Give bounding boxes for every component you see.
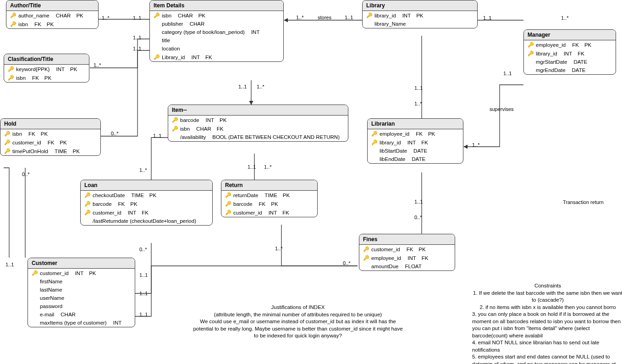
entity-title: Hold [0,119,100,129]
attr-name: timePutOnHold [12,149,48,154]
attr-keys: PK [416,13,423,18]
attr-keys: PK [428,131,435,137]
attribute-row: 🔑isbnFKPK [0,129,100,138]
attr-type: INT [192,55,200,60]
foreign-key-icon: 🔑 [172,126,177,132]
attr-keys: PK [41,131,48,137]
attr-keys: PK [76,13,83,18]
rel-supervises: supervises [490,106,514,112]
attribute-row: title [150,36,283,44]
attr-type: DATE [572,67,586,73]
attr-name: mgrEndDate [536,67,566,73]
attr-name: amountDue [371,264,398,269]
card-cust-hold-top: 0..* [22,171,30,177]
attr-name: checkoutDate [93,193,125,198]
attr-type: BOOL (DATE BETWEEN CHECKOUT AND RETURN) [212,134,340,140]
entity-loan: Loan 🔑checkoutDateTIMEPK🔑barcodeFKPK🔑cus… [80,180,213,226]
foreign-key-icon: 🔑 [528,50,533,56]
entity-body: 🔑library_idINTPKlibrary_Name [363,11,477,28]
attr-name: libStartDate [380,148,407,154]
notes-constraint-2: 2. if no items with isbn x is available … [472,304,622,311]
notes-constraints-title: Constraints [472,282,622,290]
entity-body: 🔑customer_idFKPK🔑employee_idINTFKamountD… [359,245,455,270]
entity-librarian: Librarian 🔑employee_idFKPK🔑library_idINT… [367,118,463,164]
card-loan-cust-bot: 1..1 [139,272,148,278]
entity-title: Item-- [168,105,348,116]
attribute-row: 🔑isbnCHARFK [168,124,348,133]
attr-name: library_Name [374,21,406,27]
entity-body: 🔑employee_idFKPK🔑library_idINTFKlibStart… [368,129,463,163]
entity-item: Item-- 🔑barcodeINTPK🔑isbnCHARFK/availabi… [168,105,348,142]
attr-type: CHAR [178,13,193,18]
attr-name: returnDate [233,193,258,198]
entity-body: 🔑barcodeINTPK🔑isbnCHARFK/availabilityBOO… [168,116,348,141]
primary-key-icon: 🔑 [225,192,231,198]
card-cust-hold-bot: 1..1 [6,262,14,267]
attribute-row: 🔑barcodeFKPK [81,199,212,208]
entity-manager: Manager 🔑employee_idFKPK🔑library_idINTFK… [523,29,616,75]
card-itemdetails-in1: 1..1 [133,15,141,21]
primary-key-icon: 🔑 [84,192,90,198]
attr-name: customer_id [12,140,41,145]
card-supervises-left: 1..* [472,142,480,148]
attr-name: employee_id [536,42,566,48]
card-fines-left: 0..* [343,260,351,266]
primary-key-icon: 🔑 [4,139,10,145]
attr-keys: FK [421,140,428,145]
entity-title: Author/Title [6,0,98,11]
entity-body: 🔑employee_idFKPK🔑library_idINTFKmgrStart… [524,40,616,74]
attribute-row: /availabilityBOOL (DATE BETWEEN CHECKOUT… [168,133,348,141]
attr-keys: FK [205,55,212,60]
attribute-row: 🔑isbnFKPK [6,20,98,28]
attr-type: FK [34,22,41,27]
attr-type: TIME [264,193,277,198]
attr-name: isbn [12,131,22,137]
entity-title: Customer [28,258,135,269]
attr-name: location [162,46,180,51]
attr-type: INT [206,117,215,123]
attribute-row: mgrEndDateDATE [524,66,616,74]
entity-hold: Hold 🔑isbnFKPK🔑customer_idFKPK🔑timePutOn… [0,118,101,156]
attribute-row: 🔑barcodeFKPK [221,199,317,208]
attribute-row: 🔑library_idINTFK [524,49,616,58]
attr-name: Library_id [162,55,185,60]
attr-name: /availability [180,134,206,140]
primary-key-icon: 🔑 [363,246,369,252]
card-details-item-bot: 1..* [257,84,264,89]
attribute-row: 🔑checkoutDateTIMEPK [81,191,212,199]
attribute-row: 🔑customer_idFKPK [359,245,455,254]
card-lib-librn-bot: 1..* [414,101,422,106]
label-transaction-return: Transaction return [563,199,604,205]
attr-type: INT [269,210,277,215]
card-item-return-top: 1..1 [248,164,256,170]
card-supervises-right: 1..1 [503,71,512,76]
attr-keys: PK [70,66,77,72]
attr-name: mgrStartDate [536,59,567,65]
card-lib-librn-top: 1..1 [414,85,423,91]
attribute-row: publisherCHAR [150,20,283,28]
attr-type: FK [416,131,423,137]
attr-name: e-mail [40,312,54,317]
attr-name: author_name [18,13,50,18]
attribute-row: 🔑employee_idINTFK [359,254,455,262]
attr-type: INT [407,140,416,145]
attr-type: FK [259,201,266,207]
attribute-row: 🔑employee_idFKPK [524,40,616,49]
primary-key-icon: 🔑 [4,131,10,137]
attr-type: CHAR [56,13,71,18]
attr-type: CHAR [61,312,76,317]
attr-name: customer_id [93,210,121,215]
attribute-row: 🔑customer_idINTFK [81,208,212,217]
attribute-row: amountDueFLOAT [359,262,455,270]
attr-keys: PK [198,13,205,18]
attribute-row: 🔑isbnCHARPK [150,11,283,20]
attribute-row: 🔑keyword{PPK}INTPK [4,65,89,73]
attr-name: isbn [180,126,190,132]
attr-name: password [40,303,62,309]
primary-key-icon: 🔑 [4,148,10,154]
attr-keys: PK [283,193,290,198]
card-item-loan-top: 1..1 [153,133,161,138]
card-loan-cust-top: 0..* [139,247,147,252]
attribute-row: 🔑employee_idFKPK [368,129,463,138]
attr-type: FK [407,247,413,252]
